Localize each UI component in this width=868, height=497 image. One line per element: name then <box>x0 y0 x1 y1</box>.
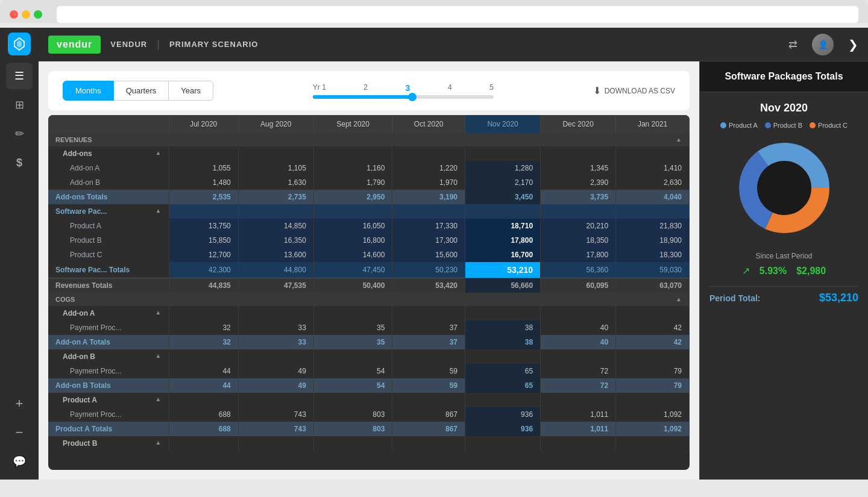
revenues-section-header: Revenues ▲ <box>48 133 690 146</box>
close-dot[interactable] <box>10 10 18 19</box>
legend-item-product-b: Product B <box>765 122 802 129</box>
addon-b-label: Add-on B <box>48 175 169 190</box>
legend-label-product-c: Product C <box>818 122 848 129</box>
addons-totals-label: Add-ons Totals <box>48 190 169 204</box>
col-header-jul2020[interactable]: Jul 2020 <box>169 115 238 133</box>
addon-a-oct: 1,220 <box>392 161 465 175</box>
product-c-sep: 14,600 <box>313 248 392 262</box>
cogs-addon-a-label: Add-on A ▲ <box>48 306 169 320</box>
revenues-totals-sep: 50,400 <box>313 278 392 293</box>
slider-label-4: 4 <box>448 83 452 93</box>
logo-icon <box>12 37 27 51</box>
sidebar-item-add[interactable]: + <box>6 390 33 417</box>
product-c-label: Product C <box>48 248 169 262</box>
cogs-product-a-totals-row: Product A Totals 688743803867 936 1,0111… <box>48 422 690 436</box>
product-a-row: Product A 13,750 14,850 16,050 17,330 18… <box>48 219 690 233</box>
software-collapse-icon[interactable]: ▲ <box>156 207 162 214</box>
cogs-addon-a-collapse[interactable]: ▲ <box>156 309 162 316</box>
app-container: ☰ ⊞ ✏ $ + − 💬 vendur VENDUR | <box>0 28 868 480</box>
slider-thumb[interactable] <box>408 93 417 101</box>
years-button[interactable]: Years <box>169 81 213 101</box>
sidebar-item-chat[interactable]: 💬 <box>6 448 33 475</box>
minimize-dot[interactable] <box>22 10 30 19</box>
sidebar-item-remove[interactable]: − <box>6 419 33 446</box>
cogs-addon-b-label: Add-on B ▲ <box>48 349 169 364</box>
cogs-collapse-icon[interactable]: ▲ <box>676 296 682 302</box>
download-button[interactable]: ⬇ DOWNLOAD AS CSV <box>593 85 675 96</box>
browser-chrome <box>0 0 868 23</box>
cogs-product-a-collapse[interactable]: ▲ <box>156 396 162 402</box>
addons-subsection-header: Add-ons ▲ <box>48 146 690 161</box>
product-c-row: Product C 12,700 13,600 14,600 15,600 16… <box>48 248 690 262</box>
revenues-totals-row: Revenues Totals 44,835 47,535 50,400 53,… <box>48 278 690 293</box>
cogs-product-a-payment-label: Payment Proc... <box>48 407 169 422</box>
legend-label-product-a: Product A <box>729 122 758 129</box>
addons-totals-aug: 2,735 <box>238 190 313 204</box>
months-button[interactable]: Months <box>63 81 114 101</box>
col-header-aug2020[interactable]: Aug 2020 <box>238 115 313 133</box>
col-header-jan2021[interactable]: Jan 2021 <box>616 115 690 133</box>
sidebar-item-finance[interactable]: $ <box>6 149 33 176</box>
product-a-jan: 21,830 <box>616 219 690 233</box>
cogs-section-header: COGS ▲ <box>48 293 690 306</box>
addons-totals-nov: 3,450 <box>465 190 541 204</box>
browser-titlebar <box>10 6 858 23</box>
cogs-addon-b-collapse[interactable]: ▲ <box>156 352 162 359</box>
swap-icon[interactable]: ⇄ <box>783 35 802 54</box>
cogs-addon-b-totals-label: Add-on B Totals <box>48 378 169 393</box>
cogs-product-b-collapse[interactable]: ▲ <box>156 439 162 446</box>
product-a-jul: 13,750 <box>169 219 238 233</box>
quarters-button[interactable]: Quarters <box>114 81 169 101</box>
period-total-row: Period Total: $53,210 <box>709 286 858 309</box>
legend-dot-product-a <box>720 122 726 128</box>
product-b-label: Product B <box>48 233 169 248</box>
slider-track[interactable] <box>313 95 494 99</box>
donut-legend: Product A Product B Product C <box>720 122 848 129</box>
reports-icon: ☰ <box>14 69 24 83</box>
addons-totals-oct: 3,190 <box>392 190 465 204</box>
user-avatar[interactable]: 👤 <box>812 34 834 55</box>
col-header-dec2020[interactable]: Dec 2020 <box>541 115 616 133</box>
addon-a-nov: 1,280 <box>465 161 541 175</box>
nav-chevron-icon[interactable]: ❯ <box>848 37 858 52</box>
view-toggle: Months Quarters Years <box>63 81 213 101</box>
cogs-addon-a-payment-label: Payment Proc... <box>48 320 169 335</box>
addon-a-dec: 1,345 <box>541 161 616 175</box>
url-bar[interactable] <box>57 6 858 23</box>
nav-divider: | <box>157 38 160 51</box>
legend-item-product-c: Product C <box>810 122 848 129</box>
chat-icon: 💬 <box>13 455 26 468</box>
sidebar-item-edit[interactable]: ✏ <box>6 120 33 147</box>
col-header-nov2020[interactable]: Nov 2020 <box>465 115 541 133</box>
maximize-dot[interactable] <box>34 10 42 19</box>
app-logo[interactable] <box>8 33 31 55</box>
sidebar-item-dashboard[interactable]: ⊞ <box>6 92 33 118</box>
cogs-addon-b-totals-row: Add-on B Totals 44495459 65 7279 <box>48 378 690 393</box>
addons-totals-sep: 2,950 <box>313 190 392 204</box>
software-totals-oct: 50,230 <box>392 262 465 278</box>
right-panel-header: Software Packages Totals <box>700 61 868 92</box>
legend-dot-product-b <box>765 122 771 128</box>
period-label: Nov 2020 <box>709 102 858 114</box>
addons-collapse-icon[interactable]: ▲ <box>156 149 162 156</box>
product-b-nov: 17,800 <box>465 233 541 248</box>
addons-label: Add-ons ▲ <box>48 146 169 161</box>
sidebar-item-reports[interactable]: ☰ <box>6 63 33 89</box>
revenues-totals-dec: 60,095 <box>541 278 616 293</box>
product-a-dec: 20,210 <box>541 219 616 233</box>
product-b-row: Product B 15,850 16,350 16,800 17,300 17… <box>48 233 690 248</box>
product-b-oct: 17,300 <box>392 233 465 248</box>
minus-icon: − <box>16 425 24 440</box>
addons-totals-row: Add-ons Totals 2,535 2,735 2,950 3,190 3… <box>48 190 690 204</box>
revenues-collapse-icon[interactable]: ▲ <box>676 136 682 143</box>
cogs-addon-b-payment-label: Payment Proc... <box>48 364 169 378</box>
col-header-oct2020[interactable]: Oct 2020 <box>392 115 465 133</box>
col-header-sep2020[interactable]: Sept 2020 <box>313 115 392 133</box>
revenues-totals-jan: 63,070 <box>616 278 690 293</box>
product-c-dec: 17,800 <box>541 248 616 262</box>
period-total-value: $53,210 <box>819 292 858 304</box>
table-header-row: Jul 2020 Aug 2020 Sept 2020 Oct 2020 Nov… <box>48 115 690 133</box>
product-a-nov: 18,710 <box>465 219 541 233</box>
filter-bar: Months Quarters Years Yr 1 2 3 4 5 <box>48 71 690 110</box>
product-b-jan: 18,900 <box>616 233 690 248</box>
